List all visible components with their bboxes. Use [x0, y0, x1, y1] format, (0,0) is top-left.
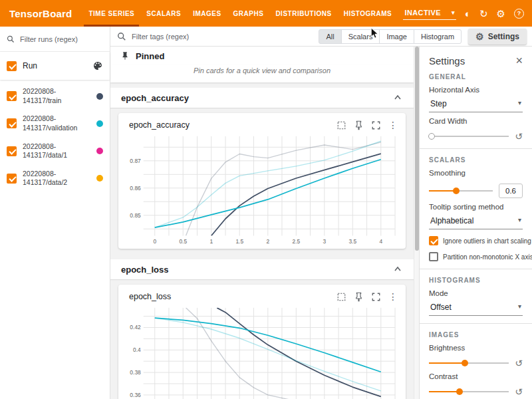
horizontal-axis-select[interactable]: Step ▾ [429, 96, 523, 112]
gear-icon[interactable]: ⚙ [497, 9, 505, 19]
tab-images[interactable]: IMAGES [187, 0, 227, 27]
scalar-card-epoch-loss: epoch_loss ⋮ 00.511.522.533.540.360.380.… [118, 285, 406, 399]
gear-icon: ⚙ [475, 31, 484, 42]
brightness-slider[interactable] [429, 359, 509, 367]
ftab-label: Scalars [348, 33, 373, 41]
run-name: 20220808-141317/validation [23, 114, 90, 132]
smoothing-value-input[interactable] [499, 184, 523, 198]
ignore-outliers-label: Ignore outliers in chart scaling [443, 237, 531, 245]
tab-scalars[interactable]: SCALARS [140, 0, 187, 27]
settings-panel: Settings × GENERAL Horizontal Axis Step … [419, 47, 532, 399]
run-checkbox[interactable] [7, 146, 17, 156]
section-title: epoch_loss [121, 265, 169, 275]
tag-filter-all[interactable]: All [319, 29, 341, 44]
search-icon [7, 35, 15, 44]
svg-text:2.5: 2.5 [292, 238, 300, 245]
filter-runs-input[interactable] [20, 35, 103, 43]
palette-icon[interactable] [92, 61, 103, 71]
histogram-mode-select[interactable]: Offset ▾ [429, 299, 523, 316]
epoch-accuracy-chart[interactable]: 00.511.522.533.540.850.860.87 [124, 133, 400, 246]
histogram-mode-label: Mode [429, 289, 523, 297]
card-title: epoch_accuracy [129, 120, 336, 130]
main-scrollbar-track[interactable] [414, 47, 419, 399]
reset-icon[interactable]: ↺ [515, 358, 523, 368]
divider [420, 148, 532, 149]
fullscreen-icon[interactable] [371, 120, 381, 130]
close-icon[interactable]: × [515, 55, 523, 66]
slider-thumb[interactable] [456, 388, 463, 395]
search-icon [117, 32, 126, 41]
run-checkbox[interactable] [7, 174, 17, 184]
tag-filter-histogram[interactable]: Histogram [414, 29, 462, 44]
section-header-epoch-loss[interactable]: epoch_loss [110, 259, 414, 279]
reset-icon[interactable]: ↺ [515, 132, 523, 141]
tag-filter-scalars[interactable]: Scalars [341, 29, 380, 44]
run-row: 20220808-141317/data/2 [0, 165, 110, 192]
tag-filter-image[interactable]: Image [379, 29, 414, 44]
svg-text:1: 1 [209, 238, 213, 245]
chevron-up-icon[interactable] [392, 92, 403, 103]
smoothing-slider[interactable] [429, 187, 493, 195]
filter-tags-input[interactable] [132, 33, 313, 41]
card-actions: ⋮ [336, 291, 398, 302]
slider-thumb[interactable] [453, 188, 460, 194]
svg-text:0.38: 0.38 [130, 369, 141, 376]
fit-to-domain-icon[interactable] [336, 120, 346, 130]
run-name: 20220808-141317/train [23, 87, 90, 105]
slider-thumb[interactable] [462, 360, 468, 366]
run-checkbox[interactable] [7, 91, 17, 101]
svg-text:0.87: 0.87 [130, 158, 141, 164]
settings-toggle-button[interactable]: ⚙ Settings [468, 29, 527, 45]
svg-text:0.5: 0.5 [179, 238, 187, 245]
pin-icon[interactable] [354, 292, 364, 302]
chevron-down-icon: ▾ [518, 216, 521, 223]
epoch-loss-chart[interactable]: 00.511.522.533.540.360.380.40.42 [124, 305, 400, 399]
refresh-icon[interactable]: ↻ [479, 9, 488, 19]
dark-mode-toggle-icon[interactable]: ◐ [465, 9, 471, 19]
tooltip-sorting-value: Alphabetical [430, 216, 473, 225]
filter-runs-row [0, 27, 110, 52]
main-tabs: TIME SERIES SCALARS IMAGES GRAPHS DISTRI… [82, 0, 398, 27]
fit-to-domain-icon[interactable] [336, 292, 346, 302]
more-options-icon[interactable]: ⋮ [388, 120, 398, 130]
cards-area: Pinned Pin cards for a quick view and co… [110, 47, 414, 399]
settings-button-label: Settings [488, 32, 519, 41]
run-color-dot [96, 175, 103, 182]
card-header: epoch_loss ⋮ [124, 289, 400, 305]
runs-sidebar: Run 20220808-141317/train 20220808-14131… [0, 27, 110, 399]
run-checkbox[interactable] [7, 118, 17, 128]
svg-text:0: 0 [153, 238, 156, 245]
tab-graphs[interactable]: GRAPHS [227, 0, 270, 27]
contrast-slider[interactable] [429, 388, 509, 396]
brightness-label: Brightness [429, 344, 523, 352]
card-width-slider[interactable] [429, 132, 509, 140]
horizontal-axis-value: Step [430, 99, 447, 108]
help-icon[interactable]: ? [514, 9, 524, 19]
pin-icon[interactable] [354, 120, 364, 130]
reset-icon[interactable]: ↺ [515, 387, 523, 396]
tab-histograms[interactable]: HISTOGRAMS [338, 0, 398, 27]
run-row: 20220808-141317/train [0, 82, 110, 110]
status-label: INACTIVE [404, 9, 441, 17]
card-header: epoch_accuracy ⋮ [124, 117, 400, 133]
histogram-mode-value: Offset [430, 303, 452, 312]
slider-fill [429, 190, 456, 192]
scalar-card-epoch-accuracy: epoch_accuracy ⋮ 00.511.522.533.540.850.… [118, 113, 406, 249]
slider-thumb[interactable] [428, 133, 435, 140]
fullscreen-icon[interactable] [371, 292, 381, 302]
svg-text:0.85: 0.85 [130, 212, 141, 219]
pinned-section-header: Pinned [110, 47, 414, 65]
tab-time-series[interactable]: TIME SERIES [82, 0, 140, 27]
partition-x-axis-checkbox[interactable] [429, 252, 438, 261]
card-actions: ⋮ [336, 120, 398, 130]
chevron-up-icon[interactable] [392, 264, 403, 275]
tooltip-sorting-select[interactable]: Alphabetical ▾ [429, 213, 523, 229]
more-options-icon[interactable]: ⋮ [388, 291, 398, 302]
slider-track [429, 136, 509, 137]
section-header-epoch-accuracy[interactable]: epoch_accuracy [110, 88, 414, 108]
reload-status-dropdown[interactable]: INACTIVE ▾ [403, 7, 456, 20]
slider-fill [429, 391, 460, 392]
select-all-runs-checkbox[interactable] [7, 61, 17, 71]
tab-distributions[interactable]: DISTRIBUTIONS [269, 0, 337, 27]
ignore-outliers-checkbox[interactable] [429, 236, 438, 245]
